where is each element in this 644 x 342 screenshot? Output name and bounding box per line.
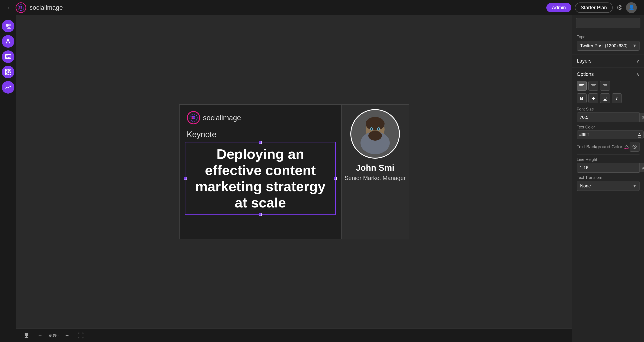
text-bg-color-label: Text Background Color: [577, 144, 629, 150]
svg-rect-42: [580, 86, 584, 87]
search-input[interactable]: [576, 18, 640, 28]
text-color-input[interactable]: [579, 132, 636, 138]
fill-icon: [624, 144, 629, 149]
svg-rect-2: [19, 6, 20, 7]
card-logo-text: socialimage: [203, 114, 241, 122]
svg-rect-39: [26, 336, 27, 337]
sidebar-item-image[interactable]: [2, 50, 14, 63]
svg-rect-24: [193, 116, 195, 117]
svg-point-34: [371, 128, 372, 130]
options-content: B T U I Font Size px Text Color: [577, 77, 640, 191]
underline-button[interactable]: U: [600, 94, 610, 103]
svg-rect-47: [604, 86, 607, 86]
align-right-button[interactable]: [600, 81, 610, 91]
font-size-unit: px: [640, 113, 644, 122]
save-button[interactable]: [22, 330, 32, 340]
text-bg-color-row: Text Background Color: [577, 142, 640, 154]
bold-button[interactable]: B: [577, 94, 586, 103]
text-bg-color-pick-button[interactable]: [630, 142, 640, 152]
layers-section: Layers ∨: [572, 54, 644, 68]
type-select[interactable]: Twitter Post (1200x630) Instagram Post (…: [577, 41, 640, 50]
handle-top-center[interactable]: [259, 141, 262, 144]
sidebar-item-chart[interactable]: [2, 81, 14, 94]
italic-button[interactable]: I: [612, 94, 622, 103]
svg-rect-5: [21, 8, 22, 8]
svg-rect-14: [9, 70, 10, 71]
avatar: 👤: [626, 2, 637, 13]
layers-chevron-icon: ∨: [636, 58, 640, 64]
svg-rect-20: [8, 74, 10, 75]
align-center-icon: [591, 83, 596, 88]
person-avatar-image: [355, 112, 395, 156]
options-title: Options: [577, 71, 594, 77]
text-transform-select[interactable]: None Uppercase Lowercase Capitalize: [577, 181, 640, 191]
font-size-label: Font Size: [577, 107, 640, 112]
svg-point-31: [368, 131, 382, 140]
zoom-in-button[interactable]: +: [62, 330, 72, 340]
svg-rect-16: [6, 73, 8, 74]
card-keynote-label: Keynote: [180, 124, 341, 139]
svg-rect-44: [592, 86, 595, 86]
svg-rect-48: [603, 86, 607, 87]
font-size-input-group: px: [577, 112, 640, 122]
text-color-input-wrap: A̲: [577, 130, 644, 139]
topbar-right: Admin Starter Plan ⚙ 👤: [546, 2, 637, 13]
handle-right-center[interactable]: [334, 177, 337, 180]
zoom-out-button[interactable]: −: [35, 330, 45, 340]
card-main-text: Deploying an effective content marketing…: [190, 146, 331, 211]
right-panel: Type Twitter Post (1200x630) Instagram P…: [572, 15, 644, 342]
zoom-out-icon: −: [38, 332, 42, 339]
text-transform-label: Text Transform: [577, 175, 640, 180]
admin-button[interactable]: Admin: [546, 3, 571, 12]
handle-bottom-center[interactable]: [259, 213, 262, 216]
text-color-label: Text Color: [577, 125, 640, 130]
layers-header[interactable]: Layers ∨: [577, 58, 640, 64]
svg-rect-45: [591, 86, 596, 87]
sidebar-item-qr[interactable]: [2, 66, 14, 78]
fit-button[interactable]: [76, 330, 86, 340]
sidebar-item-shapes[interactable]: [2, 20, 14, 32]
svg-rect-41: [580, 86, 582, 86]
line-height-input-group: px: [577, 163, 640, 172]
svg-rect-37: [25, 333, 28, 335]
svg-rect-3: [21, 6, 22, 7]
svg-point-30: [366, 117, 384, 130]
left-sidebar: A: [0, 15, 16, 342]
align-center-button[interactable]: [588, 81, 598, 91]
canvas-wrapper[interactable]: socialimage Keynote Deploying an effecti…: [16, 15, 572, 328]
sidebar-item-text[interactable]: A: [2, 35, 14, 48]
card-logo-area: socialimage: [180, 104, 341, 124]
handle-left-center[interactable]: [184, 177, 187, 180]
svg-rect-19: [10, 74, 11, 75]
align-left-button[interactable]: [577, 81, 586, 91]
image-icon: [5, 54, 11, 60]
options-section: Options ∧: [572, 68, 644, 197]
shapes-icon: [5, 23, 11, 29]
alignment-row: [577, 81, 640, 91]
svg-rect-46: [603, 84, 607, 85]
chart-icon: [5, 84, 11, 90]
logo-text: socialimage: [30, 4, 63, 11]
strikethrough-button[interactable]: T: [588, 94, 598, 103]
options-header[interactable]: Options ∧: [577, 71, 640, 77]
card-person-title: Senior Market Manager: [344, 174, 406, 182]
font-size-input[interactable]: [577, 112, 640, 122]
card-text-block[interactable]: Deploying an effective content marketing…: [185, 142, 336, 215]
gear-icon[interactable]: ⚙: [616, 4, 622, 12]
type-label: Type: [577, 35, 640, 40]
svg-point-6: [6, 24, 9, 27]
svg-rect-43: [591, 84, 596, 85]
svg-rect-23: [192, 116, 193, 117]
canvas-container: socialimage Keynote Deploying an effecti…: [179, 104, 409, 240]
line-height-label: Line Height: [577, 157, 640, 162]
fit-icon: [78, 332, 84, 338]
text-transform-row: Text Transform None Uppercase Lowercase …: [577, 175, 640, 191]
line-height-row: Line Height px: [577, 157, 640, 172]
svg-rect-12: [6, 70, 8, 71]
rp-top-search: [572, 15, 644, 31]
line-height-input[interactable]: [577, 163, 640, 172]
text-color-input-row: A̲: [577, 130, 640, 139]
back-button[interactable]: ‹: [7, 4, 9, 11]
text-transform-select-wrap: None Uppercase Lowercase Capitalize ▼: [577, 181, 640, 191]
starter-plan-button[interactable]: Starter Plan: [575, 2, 613, 13]
